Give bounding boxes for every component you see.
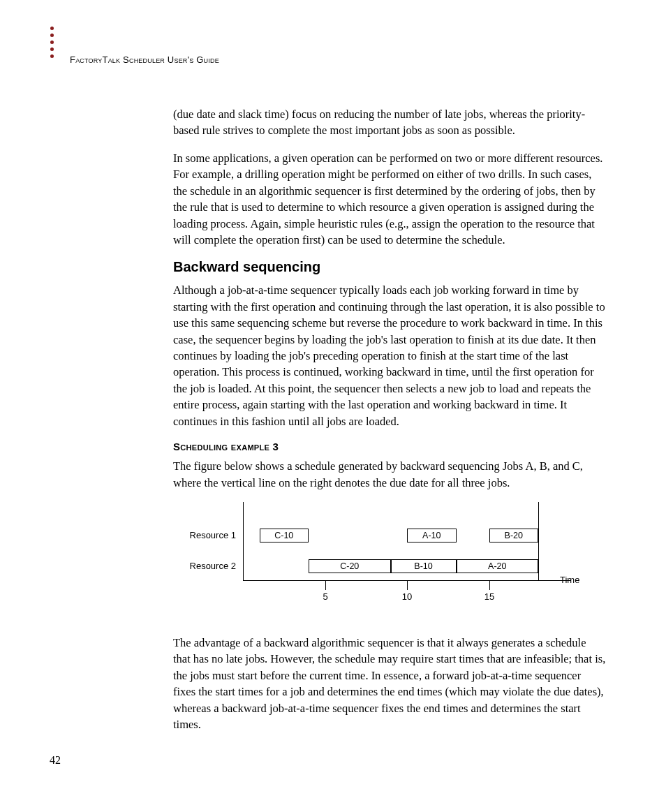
bullet-icon: [50, 40, 54, 44]
bullet-icon: [50, 27, 54, 30]
section-heading: Backward sequencing: [173, 259, 606, 275]
chart-tick: [325, 580, 326, 590]
bullet-icon: [50, 47, 54, 51]
bullet-icon: [50, 54, 54, 58]
paragraph: The figure below shows a schedule genera…: [173, 458, 606, 491]
gantt-chart: Resource 1 Resource 2 C-10A-10B-20C-20B-…: [173, 502, 585, 614]
gantt-operation: C-20: [309, 559, 391, 573]
chart-y-label: Resource 2: [173, 561, 236, 571]
running-header-text: FactoryTalk Scheduler User's Guide: [70, 54, 219, 65]
chart-tick-label: 15: [479, 591, 500, 602]
header-bullets: [50, 27, 54, 58]
gantt-operation: A-10: [407, 529, 457, 542]
chart-due-date-line: [538, 502, 539, 580]
subsection-heading: Scheduling example 3: [173, 441, 606, 452]
chart-y-axis: [243, 502, 244, 580]
gantt-operation: C-10: [260, 529, 309, 542]
chart-tick: [407, 580, 408, 590]
page-number: 42: [50, 754, 61, 767]
chart-x-label: Time: [560, 575, 579, 585]
gantt-operation: B-20: [489, 529, 539, 542]
gantt-operation: B-10: [391, 559, 457, 573]
paragraph: The advantage of a backward algorithmic …: [173, 635, 606, 733]
chart-tick-label: 10: [397, 591, 417, 602]
chart-tick: [489, 580, 490, 590]
paragraph: (due date and slack time) focus on reduc…: [173, 106, 606, 139]
paragraph: In some applications, a given operation …: [173, 150, 606, 249]
main-content: (due date and slack time) focus on reduc…: [173, 106, 606, 744]
gantt-operation: A-20: [457, 559, 539, 573]
chart-tick-label: 5: [315, 591, 336, 602]
paragraph: Although a job-at-a-time sequencer typic…: [173, 282, 606, 429]
chart-y-label: Resource 1: [173, 530, 236, 540]
bullet-icon: [50, 34, 54, 37]
running-header: FactoryTalk Scheduler User's Guide: [70, 54, 219, 65]
